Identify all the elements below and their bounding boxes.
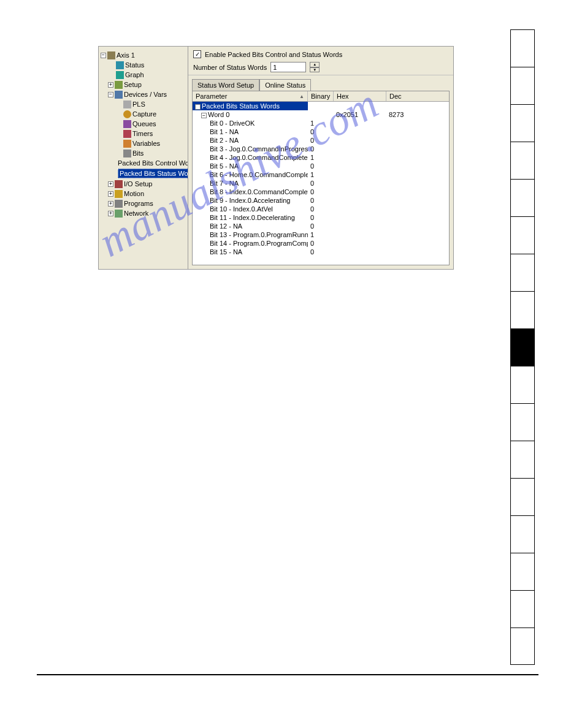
col-binary[interactable]: Binary	[308, 91, 334, 101]
tree-motion[interactable]: + Motion	[108, 189, 186, 199]
table-row-bit[interactable]: Bit 11 - Index.0.Decelerating0	[193, 213, 449, 222]
tree-bits[interactable]: Bits	[115, 148, 186, 158]
table-row-bit[interactable]: Bit 4 - Jog.0.CommandComplete1	[193, 153, 449, 162]
spin-up-icon[interactable]: ▲	[310, 62, 320, 67]
num-words-label: Number of Status Words	[193, 64, 267, 71]
side-tab[interactable]	[510, 515, 535, 553]
tree-variables[interactable]: Variables	[115, 138, 186, 148]
side-tab-active[interactable]	[510, 328, 535, 366]
tab-status-word-setup[interactable]: Status Word Setup	[192, 79, 259, 91]
tree-network[interactable]: + Network	[108, 208, 186, 218]
side-tab[interactable]	[510, 590, 535, 628]
row-word0[interactable]: −Word 0 0x2051 8273	[193, 110, 449, 119]
expand-icon[interactable]: +	[108, 201, 113, 207]
bit-label: Bit 6 - Home.0.CommandComplete	[193, 170, 308, 179]
tree-status[interactable]: Status	[108, 60, 186, 70]
collapse-icon[interactable]: −	[108, 92, 113, 97]
app-window: − Axis 1 Status Graph	[98, 46, 454, 270]
side-tab-strip	[510, 29, 535, 665]
side-tab[interactable]	[510, 553, 535, 590]
tree-graph[interactable]: Graph	[108, 70, 186, 80]
axis-icon	[107, 51, 115, 59]
tree-pls[interactable]: PLS	[115, 99, 186, 109]
table-row-bit[interactable]: Bit 8 - Index.0.CommandComplete0	[193, 188, 449, 196]
tree-io[interactable]: + I/O Setup	[108, 179, 186, 189]
tree-network-label: Network	[124, 209, 148, 218]
table-row-bit[interactable]: Bit 15 - NA0	[193, 248, 449, 256]
table-row-bit[interactable]: Bit 0 - DriveOK1	[193, 119, 449, 127]
tree-timers[interactable]: Timers	[115, 129, 186, 138]
table-row-bit[interactable]: Bit 9 - Index.0.Accelerating0	[193, 196, 449, 205]
bit-value: 0	[308, 179, 334, 188]
collapse-icon[interactable]: −	[195, 104, 201, 110]
motion-icon	[115, 190, 123, 198]
table-row-bit[interactable]: Bit 3 - Jog.0.CommandInProgress0	[193, 145, 449, 153]
bit-label: Bit 4 - Jog.0.CommandComplete	[193, 153, 308, 162]
bit-value: 0	[308, 188, 334, 196]
tree-pcw[interactable]: Packed Bits Control Words	[115, 158, 186, 168]
tree-axis[interactable]: − Axis 1	[101, 50, 186, 60]
bit-value: 0	[308, 213, 334, 222]
num-words-input[interactable]: 1	[270, 62, 306, 72]
expand-icon[interactable]: +	[108, 82, 113, 88]
enable-checkbox[interactable]: ✓	[193, 50, 201, 58]
expand-icon[interactable]: +	[108, 211, 113, 216]
table-row-bit[interactable]: Bit 12 - NA0	[193, 222, 449, 230]
collapse-icon[interactable]: −	[201, 113, 207, 118]
row-root-label: Packed Bits Status Words	[202, 102, 280, 110]
tree-programs[interactable]: + Programs	[108, 199, 186, 208]
side-tab[interactable]	[510, 366, 535, 403]
side-tab[interactable]	[510, 67, 535, 104]
status-icon	[116, 61, 124, 69]
side-tab[interactable]	[510, 441, 535, 478]
bit-value: 0	[308, 205, 334, 213]
tree-pls-label: PLS	[132, 100, 145, 108]
tree-setup[interactable]: + Setup	[108, 80, 186, 89]
table-row-bit[interactable]: Bit 1 - NA0	[193, 127, 449, 136]
variables-icon	[123, 140, 131, 148]
side-tab[interactable]	[510, 403, 535, 441]
network-icon	[115, 210, 123, 218]
side-tab[interactable]	[510, 628, 535, 665]
expand-icon[interactable]: +	[108, 191, 113, 197]
col-hex[interactable]: Hex	[334, 91, 386, 101]
side-tab[interactable]	[510, 291, 535, 328]
side-tab[interactable]	[510, 254, 535, 291]
num-words-spinner[interactable]: ▲ ▼	[310, 62, 320, 72]
tree-queues[interactable]: Queues	[115, 119, 186, 129]
side-tab[interactable]	[510, 104, 535, 142]
bit-label: Bit 14 - Program.0.ProgramComplete	[193, 239, 308, 248]
expand-icon[interactable]: +	[108, 181, 113, 187]
table-row-bit[interactable]: Bit 14 - Program.0.ProgramComplete0	[193, 239, 449, 248]
devices-icon	[115, 91, 123, 99]
table-row-bit[interactable]: Bit 6 - Home.0.CommandComplete1	[193, 170, 449, 179]
bit-value: 0	[308, 127, 334, 136]
side-tab[interactable]	[510, 29, 535, 67]
col-dec[interactable]: Dec	[386, 91, 435, 101]
bit-value: 0	[308, 196, 334, 205]
table-header: Parameter ▲ Binary Hex Dec	[193, 91, 449, 102]
bit-value: 0	[308, 162, 334, 170]
collapse-icon[interactable]: −	[101, 53, 106, 58]
table-row-bit[interactable]: Bit 5 - NA0	[193, 162, 449, 170]
bit-label: Bit 9 - Index.0.Accelerating	[193, 196, 308, 205]
tree-queues-label: Queues	[132, 119, 156, 128]
side-tab[interactable]	[510, 142, 535, 179]
bit-label: Bit 7 - NA	[193, 179, 308, 188]
tree-psw[interactable]: Packed Bits Status Words	[115, 168, 186, 179]
bit-value: 0	[308, 239, 334, 248]
side-tab[interactable]	[510, 478, 535, 515]
table-row-bit[interactable]: Bit 10 - Index.0.AtVel0	[193, 205, 449, 213]
tab-online-status[interactable]: Online Status	[259, 79, 311, 91]
table-row-bit[interactable]: Bit 7 - NA0	[193, 179, 449, 188]
table-row-bit[interactable]: Bit 2 - NA0	[193, 136, 449, 145]
row-packed-bits-root[interactable]: −Packed Bits Status Words	[193, 102, 449, 110]
tree-capture[interactable]: Capture	[115, 109, 186, 119]
side-tab[interactable]	[510, 179, 535, 216]
tree-devices[interactable]: − Devices / Vars	[108, 89, 186, 99]
table-row-bit[interactable]: Bit 13 - Program.0.ProgramRunning1	[193, 230, 449, 239]
spin-down-icon[interactable]: ▼	[310, 67, 320, 73]
bit-value: 1	[308, 230, 334, 239]
side-tab[interactable]	[510, 216, 535, 254]
col-parameter[interactable]: Parameter ▲	[193, 91, 308, 101]
